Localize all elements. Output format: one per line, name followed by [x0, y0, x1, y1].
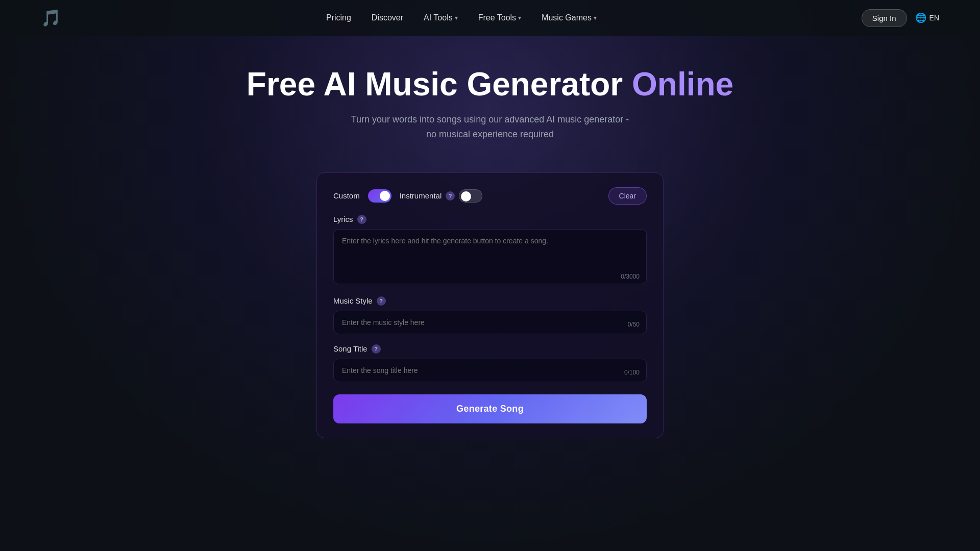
custom-label: Custom — [333, 191, 360, 200]
instrumental-group: Instrumental ? — [400, 189, 483, 203]
lyrics-section: Lyrics ? 0/3000 — [333, 215, 647, 286]
hero-section: Free AI Music Generator Online Turn your… — [0, 36, 980, 162]
navbar-left: 🎵 — [41, 8, 61, 28]
nav-free-tools[interactable]: Free Tools ▾ — [478, 13, 521, 22]
navbar-center: Pricing Discover AI Tools ▾ Free Tools ▾… — [326, 13, 597, 22]
generate-song-button[interactable]: Generate Song — [333, 394, 647, 423]
lyrics-help-icon[interactable]: ? — [357, 215, 366, 224]
sign-in-button[interactable]: Sign In — [862, 9, 907, 27]
form-card: Custom Instrumental ? Clear Lyrics ? 0/3… — [316, 172, 664, 438]
lyrics-label-row: Lyrics ? — [333, 215, 647, 224]
nav-discover[interactable]: Discover — [372, 13, 403, 22]
instrumental-toggle[interactable] — [459, 189, 482, 203]
song-title-input[interactable] — [333, 359, 647, 382]
clear-button[interactable]: Clear — [608, 187, 647, 205]
toggle-left: Custom Instrumental ? — [333, 189, 482, 203]
song-title-char-count: 0/100 — [624, 369, 640, 376]
custom-toggle[interactable] — [368, 189, 391, 203]
nav-pricing[interactable]: Pricing — [326, 13, 351, 22]
custom-toggle-knob — [380, 191, 390, 201]
nav-music-games[interactable]: Music Games ▾ — [542, 13, 597, 22]
song-title-help-icon[interactable]: ? — [372, 344, 381, 354]
song-title-field-wrapper: 0/100 — [333, 359, 647, 382]
lyrics-field-wrapper: 0/3000 — [333, 229, 647, 286]
navbar-right: Sign In 🌐 EN — [862, 9, 939, 27]
instrumental-toggle-knob — [461, 191, 471, 202]
instrumental-help-icon[interactable]: ? — [446, 191, 455, 201]
music-style-help-icon[interactable]: ? — [377, 296, 386, 306]
navbar: 🎵 Pricing Discover AI Tools ▾ Free Tools… — [0, 0, 980, 36]
music-style-section: Music Style ? 0/50 — [333, 296, 647, 334]
music-style-label-row: Music Style ? — [333, 296, 647, 306]
ai-tools-chevron-icon: ▾ — [455, 14, 458, 21]
music-style-label: Music Style — [333, 296, 373, 305]
music-style-input[interactable] — [333, 311, 647, 334]
music-style-char-count: 0/50 — [628, 321, 640, 328]
lyrics-char-count: 0/3000 — [621, 273, 640, 280]
song-title-label: Song Title — [333, 344, 368, 353]
logo: 🎵 — [41, 8, 61, 28]
music-style-field-wrapper: 0/50 — [333, 311, 647, 334]
music-games-chevron-icon: ▾ — [594, 14, 597, 21]
translate-icon: 🌐 — [915, 12, 926, 23]
song-title-section: Song Title ? 0/100 — [333, 344, 647, 382]
hero-title: Free AI Music Generator Online — [10, 66, 970, 102]
toggle-row: Custom Instrumental ? Clear — [333, 187, 647, 205]
free-tools-chevron-icon: ▾ — [518, 14, 521, 21]
instrumental-label: Instrumental — [400, 191, 442, 200]
language-button[interactable]: 🌐 EN — [915, 12, 939, 23]
logo-icon: 🎵 — [41, 8, 61, 28]
lyrics-label: Lyrics — [333, 215, 353, 223]
hero-subtitle: Turn your words into songs using our adv… — [347, 112, 633, 142]
song-title-label-row: Song Title ? — [333, 344, 647, 354]
nav-ai-tools[interactable]: AI Tools ▾ — [424, 13, 458, 22]
lyrics-textarea[interactable] — [333, 229, 647, 284]
